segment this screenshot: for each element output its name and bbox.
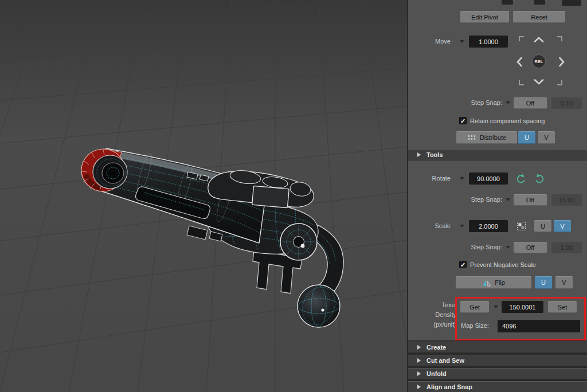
- move-step-snap-size-field: 0.10: [551, 97, 582, 109]
- distribute-icon: [467, 134, 476, 142]
- flip-button[interactable]: Flip: [456, 276, 531, 289]
- scale-step-snap-dropdown-arrow-icon[interactable]: [506, 246, 510, 249]
- cropped-control: [562, 0, 581, 6]
- cropped-control: [502, 0, 513, 5]
- scale-value-field[interactable]: 2.0000: [469, 220, 508, 232]
- rotate-step-snap-label: Step Snap:: [440, 194, 502, 206]
- distribute-u-button[interactable]: U: [518, 131, 535, 144]
- distribute-button[interactable]: Distribute: [456, 131, 517, 144]
- texel-get-button[interactable]: Get: [460, 301, 489, 313]
- gun-muzzle-bore: [102, 163, 124, 183]
- prevent-negative-scale-checkbox[interactable]: ✓: [459, 261, 467, 268]
- maya-uv-toolkit-window: Edit Pivot Reset Move 1.0000 REL Step Sn…: [0, 0, 587, 392]
- dpad-corner-mark: [557, 36, 562, 41]
- flip-v-button[interactable]: V: [555, 276, 573, 289]
- rotate-step-snap-mode-button[interactable]: Off: [514, 194, 547, 206]
- retain-component-spacing-checkbox[interactable]: ✓: [459, 117, 467, 124]
- rotate-label: Rotate: [414, 173, 451, 185]
- distribute-v-button[interactable]: V: [538, 131, 555, 144]
- gun-model-wireframe[interactable]: [0, 0, 407, 392]
- move-step-snap-label: Step Snap:: [440, 97, 502, 109]
- uv-toolkit-panel: Edit Pivot Reset Move 1.0000 REL Step Sn…: [408, 0, 587, 392]
- rotate-step-snap-dropdown-arrow-icon[interactable]: [506, 198, 510, 201]
- rotate-value-field[interactable]: 90.0000: [469, 173, 508, 185]
- gun-receiver-block: [252, 186, 289, 207]
- scale-label: Scale: [414, 220, 451, 232]
- gun-ball-knob: [298, 285, 340, 327]
- relative-mode-toggle[interactable]: REL: [532, 54, 546, 68]
- texel-density-value-field[interactable]: 150.0001: [502, 301, 543, 313]
- section-header-cut-and-sew[interactable]: Cut and Sew: [408, 355, 587, 366]
- map-size-field[interactable]: 4096: [498, 320, 580, 332]
- dpad-corner-mark: [557, 80, 562, 85]
- dpad-corner-mark: [519, 36, 524, 41]
- scale-v-button[interactable]: V: [554, 220, 571, 232]
- texel-set-button[interactable]: Set: [548, 301, 577, 313]
- rotate-ccw-button[interactable]: [515, 173, 527, 185]
- collapsed-arrow-icon: [417, 358, 421, 363]
- section-header-unfold[interactable]: Unfold: [408, 368, 587, 379]
- collapsed-arrow-icon: [417, 385, 421, 389]
- texel-density-label: Texel Density (px/unit): [421, 300, 456, 330]
- collapsed-arrow-icon: [417, 152, 421, 157]
- collapsed-sections: Create Cut and Sew Unfold Align and Snap: [408, 340, 587, 392]
- scale-u-button[interactable]: U: [534, 220, 551, 232]
- rotate-cw-button[interactable]: [534, 173, 545, 185]
- nudge-right-button[interactable]: [559, 57, 565, 67]
- rotate-dropdown-arrow-icon[interactable]: [460, 177, 464, 180]
- move-value-field[interactable]: 1.0000: [469, 36, 508, 48]
- move-label: Move: [414, 36, 451, 48]
- retain-component-spacing-label: Retain component spacing: [470, 117, 545, 124]
- move-step-snap-dropdown-arrow-icon[interactable]: [506, 101, 510, 104]
- move-step-snap-mode-button[interactable]: Off: [514, 97, 547, 109]
- scale-step-snap-label: Step Snap:: [440, 241, 502, 253]
- section-header-create[interactable]: Create: [408, 342, 587, 353]
- flip-icon: [482, 279, 491, 287]
- dpad-corner-mark: [519, 80, 524, 85]
- scale-step-snap-size-field: 1.00: [551, 242, 582, 253]
- cropped-control: [534, 0, 545, 5]
- map-size-label: Map Size:: [461, 320, 489, 332]
- reset-button[interactable]: Reset: [513, 11, 565, 23]
- section-header-align-and-snap[interactable]: Align and Snap: [408, 381, 587, 392]
- collapsed-arrow-icon: [417, 371, 421, 376]
- scale-step-snap-mode-button[interactable]: Off: [514, 242, 547, 253]
- nudge-left-button[interactable]: [516, 57, 522, 67]
- nudge-down-button[interactable]: [534, 79, 544, 85]
- scale-dropdown-arrow-icon[interactable]: [460, 225, 464, 228]
- rotate-step-snap-size-field: 15.00: [551, 194, 582, 206]
- flip-u-button[interactable]: U: [535, 276, 552, 289]
- texel-get-dropdown-arrow-icon[interactable]: [494, 305, 498, 308]
- checkmark-icon: ✓: [460, 117, 465, 124]
- edit-pivot-button[interactable]: Edit Pivot: [460, 11, 509, 23]
- prevent-negative-scale-label: Prevent Negative Scale: [470, 261, 536, 268]
- section-header-tools[interactable]: Tools: [408, 149, 587, 160]
- checkmark-icon: ✓: [460, 261, 465, 268]
- viewport-3d[interactable]: [0, 0, 407, 392]
- collapsed-arrow-icon: [417, 345, 421, 350]
- scale-tool-icon[interactable]: [516, 221, 526, 231]
- nudge-up-button[interactable]: [534, 37, 544, 42]
- move-dropdown-arrow-icon[interactable]: [460, 40, 464, 43]
